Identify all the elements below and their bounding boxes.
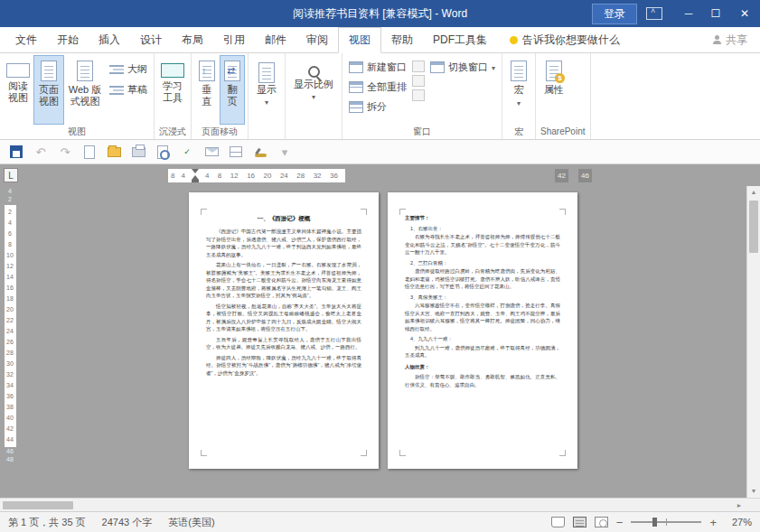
document-body: 4 2 2 4 6 8 10 12 14 16 18 20 22 24 26 2… — [0, 186, 760, 498]
vertical-scrollbar[interactable]: ▲ ▼ — [746, 186, 760, 498]
first-line-indent-marker[interactable] — [192, 169, 199, 173]
draft-view-button[interactable]: 草稿 — [106, 81, 151, 98]
vertical-button[interactable]: ↕ 垂直 — [194, 55, 220, 125]
maximize-button[interactable]: ☐ — [702, 0, 729, 27]
show-icon — [258, 62, 275, 83]
scroll-right-icon[interactable]: ► — [733, 499, 746, 511]
zoom-slider[interactable] — [631, 521, 701, 523]
page2-section-body: 唐僧师徒取经路过白虎岭，白骨精为吃唐僧肉，先后变化为村姑、老妇和老翁，均被悟空识… — [405, 267, 560, 291]
zoom-slider-thumb[interactable] — [652, 518, 657, 527]
chevron-down-icon: ▾ — [517, 98, 521, 109]
ribbon-group-show: 显示 ▾ — [249, 53, 286, 139]
tab-view[interactable]: 视图 — [338, 27, 381, 53]
learning-tools-button[interactable]: 学习工具 — [157, 55, 188, 125]
side-to-side-button[interactable]: ⇄ 翻页 — [220, 55, 245, 125]
pen-color-button[interactable] — [251, 143, 269, 161]
switch-windows-icon — [430, 61, 445, 73]
horizontal-scrollbar-thumb[interactable] — [3, 501, 73, 509]
title-bar: 阅读推荐书目资料 [兼容模式] - Word 登录 ─ ☐ ✕ — [0, 0, 760, 27]
horizontal-scrollbar[interactable]: ► — [0, 498, 760, 511]
ribbon-group-immersive: 学习工具 沉浸式 — [155, 53, 192, 139]
read-mode-view-button[interactable] — [551, 517, 565, 527]
minimize-button[interactable]: ─ — [675, 0, 702, 27]
horizontal-ruler: L 8 4 4 8 12 16 20 24 28 32 — [0, 164, 760, 186]
reset-window-position-button[interactable] — [412, 89, 425, 101]
undo-button[interactable]: ↶ — [32, 143, 50, 161]
web-layout-view-button[interactable] — [595, 517, 608, 527]
document-page-1[interactable]: 一、《西游记》梗概 《西游记》中国古代第一部浪漫主义章回体长篇神魔小说。主要描写… — [189, 192, 379, 469]
tab-pdf-tools[interactable]: PDF工具集 — [423, 27, 497, 52]
zoom-out-button[interactable]: − — [616, 517, 624, 528]
tab-references[interactable]: 引用 — [213, 27, 255, 52]
new-document-button[interactable] — [80, 143, 99, 161]
tab-home[interactable]: 开始 — [47, 27, 89, 52]
customize-toolbar-button[interactable]: ▾ — [276, 143, 294, 161]
language-indicator[interactable]: 英语(美国) — [168, 516, 214, 529]
new-window-button[interactable]: 新建窗口 — [345, 59, 410, 76]
switch-windows-button[interactable]: 切换窗口 ▾ — [427, 59, 499, 76]
ribbon-display-options-icon[interactable] — [646, 7, 662, 20]
scroll-down-icon[interactable]: ▼ — [747, 485, 760, 498]
tab-mailings[interactable]: 邮件 — [255, 27, 296, 52]
tab-review[interactable]: 审阅 — [296, 27, 338, 52]
split-button[interactable]: 拆分 — [345, 98, 410, 116]
page2-section-body: 到九九八十一难，唐僧师徒历尽磨难，终于取得真经，功德圆满，五圣成真。 — [405, 344, 560, 359]
print-preview-button[interactable] — [154, 143, 172, 161]
print-layout-button[interactable]: 页面视图 — [33, 55, 64, 125]
print-layout-view-button[interactable] — [573, 517, 586, 527]
window-title: 阅读推荐书目资料 [兼容模式] - Word — [293, 6, 467, 22]
tab-layout[interactable]: 布局 — [172, 27, 213, 52]
document-page-2[interactable]: 主要情节： 1、石猴出世： 石猴为寻找长生不老之术，拜菩提祖师为师，师傅传授他七… — [388, 192, 577, 469]
share-button[interactable]: 共享 — [712, 27, 747, 52]
redo-button[interactable]: ↷ — [56, 143, 74, 161]
page-number-indicator[interactable]: 第 1 页，共 35 页 — [8, 516, 86, 529]
macros-button[interactable]: 宏 ▾ — [505, 55, 532, 125]
properties-button[interactable]: $ 属性 — [539, 55, 569, 125]
spelling-button[interactable]: ✓ — [178, 143, 196, 161]
tab-insert[interactable]: 插入 — [89, 27, 130, 52]
zoom-percentage[interactable]: 27% — [725, 517, 752, 527]
arrange-all-button[interactable]: 全部重排 — [345, 79, 410, 96]
open-button[interactable] — [105, 143, 123, 161]
view-side-by-side-button[interactable] — [412, 61, 425, 72]
page2-section-body: 六耳猕猴趁悟空不在，变作悟空模样，打倒唐僧，抢走行李。真假悟空从天宫、地府一直打… — [405, 302, 560, 332]
arrange-all-icon — [349, 81, 363, 93]
print-preview-icon — [157, 145, 168, 159]
vertical-ruler[interactable]: 4 2 2 4 6 8 10 12 14 16 18 20 22 24 26 2… — [0, 186, 20, 463]
pen-icon — [255, 154, 267, 157]
outline-view-button[interactable]: 大纲 — [106, 61, 151, 78]
tab-help[interactable]: 帮助 — [381, 27, 423, 52]
draw-table-button[interactable] — [227, 143, 245, 161]
print-button[interactable] — [129, 143, 147, 161]
page1-paragraph: 《西游记》中国古代第一部浪漫主义章回体长篇神魔小说。主要描写了孙悟空出世，后遇唐… — [206, 228, 361, 258]
show-dropdown-button[interactable]: 显示 ▾ — [251, 55, 282, 108]
ruler-chip-46: 46 — [578, 169, 592, 182]
new-window-icon — [349, 61, 363, 73]
tab-file[interactable]: 文件 — [5, 27, 47, 52]
zoom-slider-tick — [666, 518, 667, 526]
word-count-indicator[interactable]: 24743 个字 — [102, 516, 153, 529]
open-folder-icon — [108, 147, 121, 157]
horizontal-ruler-strip[interactable]: 8 4 4 8 12 16 20 24 28 32 36 — [168, 169, 345, 182]
tab-stop-selector[interactable]: L — [4, 168, 18, 182]
indent-markers[interactable] — [191, 169, 200, 182]
page2-characters-heading: 人物欣赏： — [405, 363, 560, 371]
signin-button[interactable]: 登录 — [592, 4, 637, 24]
zoom-in-button[interactable]: + — [709, 517, 717, 528]
printer-icon — [132, 147, 145, 157]
left-indent-marker[interactable] — [192, 180, 199, 182]
scroll-up-icon[interactable]: ▲ — [747, 186, 760, 199]
tab-design[interactable]: 设计 — [130, 27, 172, 52]
vertical-scrollbar-thumb[interactable] — [749, 201, 758, 253]
save-button[interactable] — [7, 143, 25, 161]
crop-mark-icon — [361, 450, 367, 456]
read-mode-button[interactable]: 阅读视图 — [3, 55, 33, 125]
mail-button[interactable] — [202, 143, 220, 161]
web-layout-button[interactable]: Web 版式视图 — [64, 55, 106, 125]
tell-me-box[interactable]: 告诉我你想要做什么 — [510, 27, 620, 52]
lightbulb-icon — [510, 36, 518, 44]
page2-section-title: 1、石猴出世： — [405, 225, 560, 233]
zoom-dropdown-button[interactable]: 显示比例 ▾ — [288, 55, 339, 103]
synchronous-scrolling-button[interactable] — [412, 75, 425, 87]
close-button[interactable]: ✕ — [729, 0, 760, 27]
